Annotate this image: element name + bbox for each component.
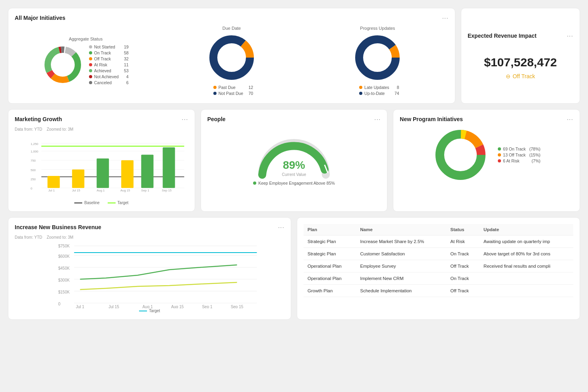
- svg-text:Jul 1: Jul 1: [76, 305, 85, 308]
- cell-plan: Growth Plan: [304, 285, 356, 297]
- cell-status: On Track: [447, 272, 480, 285]
- off-track-icon: ⊖: [506, 73, 511, 79]
- svg-text:0: 0: [58, 302, 61, 306]
- np-content: 69 On Track(78%) 13 Off Track(15%) 6 At …: [400, 127, 573, 184]
- progress-updates-legend: Late Updates8 Up-to-Date74: [359, 85, 399, 97]
- mg-svg: 0 250 500 750 1,000 1,250: [31, 135, 184, 198]
- cell-name: Implement New CRM: [356, 272, 446, 285]
- mg-header: Marketing Growth ···: [15, 116, 188, 123]
- svg-rect-26: [72, 170, 84, 188]
- ir-header: Increase New Business Revenue ···: [15, 224, 284, 231]
- marketing-growth-card: Marketing Growth ··· Data from: YTD Zoom…: [8, 109, 195, 212]
- gauge-desc-text: Keep Employee Engagement Above 85%: [258, 181, 335, 185]
- mg-baseline-legend: Baseline: [74, 201, 99, 205]
- cell-status: At Risk: [447, 236, 480, 248]
- mg-target-legend: Target: [108, 201, 129, 205]
- svg-text:Jul 1: Jul 1: [48, 189, 54, 192]
- np-menu-button[interactable]: ···: [567, 116, 573, 123]
- svg-text:Jul 15: Jul 15: [108, 305, 119, 308]
- np-legend: 69 On Track(78%) 13 Off Track(15%) 6 At …: [498, 147, 540, 164]
- svg-text:$750K: $750K: [58, 244, 70, 248]
- revenue-title: Expected Revenue Impact: [468, 33, 537, 39]
- cell-status: Off Track: [447, 260, 480, 272]
- all-major-initiatives-card: All Major Initiatives ··· Aggregate Stat…: [8, 8, 455, 104]
- new-program-card: New Program Initiatives ···: [393, 109, 580, 212]
- col-name: Name: [356, 224, 446, 236]
- col-status: Status: [447, 224, 480, 236]
- ir-chart: 0 $150K $300K $450K $600K $750K: [35, 243, 280, 306]
- plans-table: Plan Name Status Update Strategic Plan I…: [304, 224, 573, 297]
- svg-text:$150K: $150K: [58, 290, 70, 294]
- gauge-dot-icon: [253, 182, 256, 185]
- increase-revenue-card: Increase New Business Revenue ··· Data f…: [8, 217, 291, 320]
- cell-update: Above target of 80% for 3rd cons: [480, 248, 573, 260]
- mg-data-from: Data from: YTD: [15, 127, 42, 131]
- aggregate-donut: [43, 45, 83, 86]
- people-menu-button[interactable]: ···: [374, 116, 381, 123]
- svg-text:Sep 1: Sep 1: [202, 305, 213, 308]
- aggregate-status-section: Aggregate Status: [15, 37, 157, 86]
- svg-text:500: 500: [31, 168, 36, 172]
- due-date-section: Due Date Past Due12 Not Past Due70: [161, 26, 302, 97]
- svg-point-9: [359, 39, 396, 76]
- ir-svg: 0 $150K $300K $450K $600K $750K: [35, 243, 280, 308]
- aggregate-inner: Not Started19 On Track58 Off Track32 At …: [43, 44, 129, 86]
- svg-text:$450K: $450K: [58, 266, 70, 270]
- mg-title: Marketing Growth: [15, 116, 62, 122]
- table-row: Operational Plan Implement New CRM On Tr…: [304, 272, 573, 285]
- people-card: People ··· 89% Current Value: [201, 109, 388, 212]
- cell-update: Awaiting update on quarterly imp: [480, 236, 573, 248]
- card-title: All Major Initiatives: [15, 15, 66, 21]
- gauge-value: 89%: [282, 159, 306, 172]
- col-plan: Plan: [304, 224, 356, 236]
- ir-target-legend: Target: [139, 309, 160, 313]
- cell-name: Schedule Implementation: [356, 285, 446, 297]
- ir-menu-button[interactable]: ···: [278, 224, 284, 231]
- table-row: Strategic Plan Increase Market Share by …: [304, 236, 573, 248]
- cell-name: Employee Survey: [356, 260, 446, 272]
- np-donut: [433, 127, 488, 184]
- cell-plan: Strategic Plan: [304, 236, 356, 248]
- card-menu-button[interactable]: ···: [442, 15, 449, 22]
- row2: Marketing Growth ··· Data from: YTD Zoom…: [8, 109, 580, 212]
- cell-update: [480, 285, 573, 297]
- svg-text:Aug 15: Aug 15: [171, 305, 184, 308]
- svg-text:1,250: 1,250: [31, 142, 38, 146]
- row3: Increase New Business Revenue ··· Data f…: [8, 217, 580, 320]
- svg-rect-25: [48, 176, 60, 188]
- svg-text:0: 0: [31, 187, 32, 190]
- svg-rect-27: [97, 158, 109, 188]
- mg-zoomed: Zoomed to: 3M: [46, 127, 73, 131]
- gauge-value-wrap: 89% Current Value: [282, 171, 306, 177]
- cell-plan: Operational Plan: [304, 272, 356, 285]
- svg-rect-30: [163, 147, 175, 188]
- revenue-menu-button[interactable]: ···: [567, 33, 573, 40]
- np-title: New Program Initiatives: [400, 116, 463, 122]
- svg-rect-29: [141, 155, 153, 188]
- due-date-label: Due Date: [222, 26, 241, 31]
- cell-name: Increase Market Share by 2.5%: [356, 236, 446, 248]
- aggregate-legend: Not Started19 On Track58 Off Track32 At …: [89, 44, 129, 86]
- people-header: People ···: [207, 116, 381, 123]
- table-row: Operational Plan Employee Survey Off Tra…: [304, 260, 573, 272]
- gauge-desc: Keep Employee Engagement Above 85%: [253, 181, 335, 185]
- gauge-section: 89% Current Value Keep Employee Engageme…: [207, 127, 381, 189]
- ir-meta: Data from: YTD Zoomed to: 3M: [15, 235, 284, 239]
- cell-status: On Track: [447, 248, 480, 260]
- people-title: People: [207, 116, 226, 122]
- progress-updates-label: Progress Updates: [360, 26, 395, 31]
- svg-text:Jul 15: Jul 15: [72, 189, 80, 192]
- col-update: Update: [480, 224, 573, 236]
- svg-text:Sep 1: Sep 1: [141, 189, 149, 192]
- revenue-status: ⊖ Off Track: [506, 73, 535, 79]
- mg-baseline-label: Baseline: [84, 201, 99, 205]
- mg-menu-button[interactable]: ···: [182, 116, 188, 123]
- svg-text:$300K: $300K: [58, 278, 70, 282]
- cell-update: Received final results and compli: [480, 260, 573, 272]
- svg-text:750: 750: [31, 159, 36, 162]
- ir-legend: Target: [15, 309, 284, 313]
- revenue-status-label: Off Track: [513, 73, 535, 79]
- mg-chart: 0 250 500 750 1,000 1,250: [31, 135, 184, 198]
- svg-text:Aug 1: Aug 1: [97, 189, 104, 192]
- ir-data-from: Data from: YTD: [15, 235, 42, 239]
